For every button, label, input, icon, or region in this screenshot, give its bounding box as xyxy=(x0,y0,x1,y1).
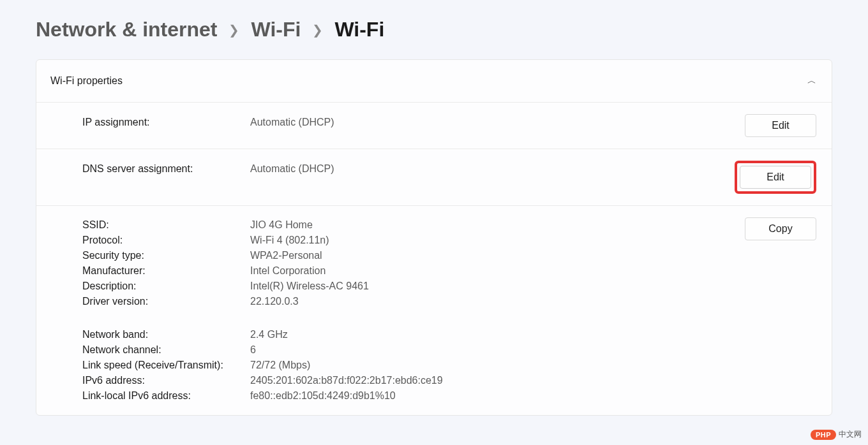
info-value: fe80::edb2:105d:4249:d9b1%10 xyxy=(250,388,745,404)
breadcrumb: Network & internet ❯ Wi-Fi ❯ Wi-Fi xyxy=(0,0,868,53)
info-label: Manufacturer: xyxy=(82,263,250,279)
info-value: 2405:201:602a:b87d:f022:2b17:ebd6:ce19 xyxy=(250,373,745,388)
info-value: JIO 4G Home xyxy=(250,217,745,233)
info-value: 22.120.0.3 xyxy=(250,294,745,309)
dns-assignment-value: Automatic (DHCP) xyxy=(250,161,735,177)
breadcrumb-mid[interactable]: Wi-Fi xyxy=(251,18,301,41)
chevron-right-icon: ❯ xyxy=(312,22,323,38)
wifi-properties-panel: Wi-Fi properties ︿ IP assignment: Automa… xyxy=(36,59,832,416)
chevron-up-icon: ︿ xyxy=(807,75,816,87)
ip-assignment-label: IP assignment: xyxy=(82,114,250,131)
chevron-right-icon: ❯ xyxy=(228,22,239,38)
info-label: Link speed (Receive/Transmit): xyxy=(82,358,250,373)
dns-assignment-row: DNS server assignment: Automatic (DHCP) … xyxy=(36,149,832,206)
info-label: Description: xyxy=(82,279,250,294)
watermark: PHP 中文网 xyxy=(811,429,862,440)
info-value: WPA2-Personal xyxy=(250,248,745,263)
info-label: Network channel: xyxy=(82,342,250,358)
breadcrumb-current: Wi-Fi xyxy=(334,18,384,41)
info-label: Link-local IPv6 address: xyxy=(82,388,250,404)
info-label: SSID: xyxy=(82,217,250,233)
network-info-row: SSID:Protocol:Security type:Manufacturer… xyxy=(36,206,832,415)
panel-header[interactable]: Wi-Fi properties ︿ xyxy=(36,60,832,103)
info-label: IPv6 address: xyxy=(82,373,250,388)
dns-assignment-label: DNS server assignment: xyxy=(82,161,250,177)
watermark-pill: PHP xyxy=(811,430,836,440)
info-value: 72/72 (Mbps) xyxy=(250,358,745,373)
info-value: Intel(R) Wireless-AC 9461 xyxy=(250,279,745,294)
watermark-text: 中文网 xyxy=(839,429,862,440)
info-value: 6 xyxy=(250,342,745,358)
info-label: Driver version: xyxy=(82,294,250,309)
edit-ip-button[interactable]: Edit xyxy=(745,114,816,137)
info-value: Intel Corporation xyxy=(250,263,745,279)
info-label: Security type: xyxy=(82,248,250,263)
ip-assignment-value: Automatic (DHCP) xyxy=(250,114,745,131)
edit-dns-highlight: Edit xyxy=(735,161,816,194)
edit-dns-button[interactable]: Edit xyxy=(740,166,811,189)
info-value: Wi-Fi 4 (802.11n) xyxy=(250,233,745,248)
info-label: Network band: xyxy=(82,327,250,342)
info-label: Protocol: xyxy=(82,233,250,248)
copy-button[interactable]: Copy xyxy=(745,217,816,240)
breadcrumb-root[interactable]: Network & internet xyxy=(36,18,217,41)
ip-assignment-row: IP assignment: Automatic (DHCP) Edit xyxy=(36,103,832,149)
info-value: 2.4 GHz xyxy=(250,327,745,342)
panel-title: Wi-Fi properties xyxy=(50,75,123,87)
